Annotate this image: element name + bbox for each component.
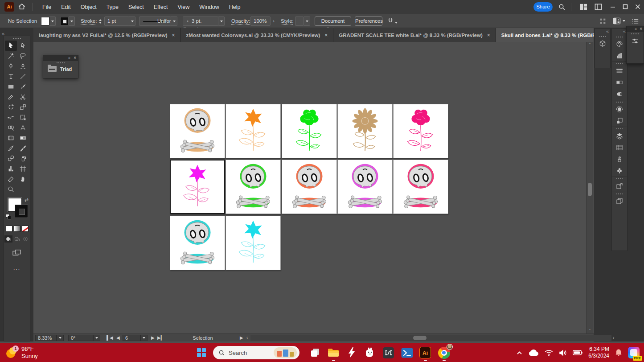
artboard-skull-and-bones-green[interactable]	[226, 160, 281, 214]
width-profile-chevron-icon[interactable]	[171, 16, 177, 26]
copilot-icon[interactable]: PRE	[628, 347, 640, 358]
brush-select[interactable]: •3 pt. Round	[183, 16, 218, 26]
panel-appearance[interactable]	[612, 103, 627, 115]
tool-artboard[interactable]	[17, 164, 29, 174]
search-input[interactable]: Search	[213, 346, 299, 359]
brush-chevron-icon[interactable]	[218, 16, 225, 26]
artboard-skull-and-bones-magenta[interactable]	[337, 160, 393, 214]
stroke-dropdown-chevron-icon[interactable]	[69, 16, 75, 26]
menu-select[interactable]: Select	[124, 2, 148, 12]
chrome-icon[interactable]	[437, 346, 451, 359]
tool-shape-builder[interactable]	[5, 123, 17, 133]
edit-toolbar-icon[interactable]: ...	[4, 265, 30, 271]
tool-scissors[interactable]	[17, 92, 29, 102]
tool-gradient[interactable]	[17, 133, 29, 143]
close-tab-icon[interactable]: ×	[172, 32, 175, 38]
battery-icon[interactable]	[573, 350, 582, 355]
document-tab-1[interactable]: laughting my ass V2 Full.ai* @ 12.5 % (R…	[33, 28, 181, 42]
tool-rotate[interactable]	[5, 102, 17, 112]
gradient-button[interactable]	[14, 226, 21, 232]
panel-layers[interactable]	[612, 130, 627, 142]
collapse-dock-icon[interactable]: «	[612, 29, 627, 35]
lightning-app-icon[interactable]	[345, 346, 358, 359]
rotation-value[interactable]: 0°	[68, 335, 93, 341]
color-button[interactable]	[6, 226, 12, 232]
tool-lasso[interactable]	[17, 51, 29, 61]
volume-icon[interactable]	[559, 350, 567, 356]
artboard-skull-and-bones-tan[interactable]	[170, 104, 225, 158]
powershell-icon[interactable]	[400, 346, 414, 359]
preferences-button[interactable]: Preferences	[355, 16, 382, 26]
zoom-chevron-icon[interactable]	[57, 335, 64, 341]
rotation-chevron-icon[interactable]	[93, 335, 100, 341]
notification-bell-icon[interactable]	[615, 349, 622, 357]
document-setup-button[interactable]: Document Setup	[315, 16, 351, 26]
opacity-value[interactable]: 100%	[250, 16, 271, 26]
llama-app-icon[interactable]	[363, 346, 377, 359]
stroke-stepper[interactable]	[98, 16, 103, 26]
tool-column-graph[interactable]	[5, 164, 17, 174]
menu-file[interactable]: File	[38, 2, 55, 12]
tool-knife[interactable]	[5, 143, 17, 153]
scroll-right-icon[interactable]: ›	[613, 335, 614, 340]
menu-effect[interactable]: Effect	[150, 2, 172, 12]
tool-magic-wand[interactable]	[5, 51, 17, 61]
tool-scale[interactable]	[17, 102, 29, 112]
scroll-left-icon[interactable]: ‹	[246, 335, 248, 340]
collapse-icon[interactable]: »	[68, 56, 70, 60]
close-icon[interactable]: ×	[74, 55, 76, 60]
menu-edit[interactable]: Edit	[57, 2, 75, 12]
minimize-icon[interactable]	[610, 4, 616, 10]
stroke-weight-value[interactable]: 1 pt	[104, 16, 129, 26]
draw-behind-icon[interactable]	[13, 235, 21, 243]
vertical-scrollbar[interactable]: ˆ ˇ	[586, 42, 593, 333]
floating-mini-panel[interactable]: » ×	[626, 26, 644, 64]
panel-symbols[interactable]	[612, 165, 627, 177]
status-expand-icon[interactable]: ▶	[240, 335, 243, 340]
style-label[interactable]: Style:	[281, 18, 294, 24]
tool-blend[interactable]	[5, 153, 17, 164]
triad-panel-header[interactable]: » ×	[43, 55, 78, 61]
share-button[interactable]: Share	[533, 2, 553, 12]
wifi-icon[interactable]	[545, 350, 553, 356]
artboard-skull-and-bones-cyan[interactable]	[170, 216, 225, 270]
touch-workspace-icon[interactable]	[599, 18, 606, 25]
default-fill-stroke-icon[interactable]	[6, 214, 12, 220]
close-icon[interactable]: ×	[640, 26, 642, 31]
artboard-flower-magenta[interactable]	[170, 160, 225, 214]
search-highlight-image[interactable]	[274, 347, 297, 358]
tool-mesh[interactable]	[5, 133, 17, 143]
menu-view[interactable]: View	[173, 2, 193, 12]
workspace-switcher-icon[interactable]	[595, 4, 602, 10]
artboard-flower-orange[interactable]	[226, 104, 281, 158]
panel-artboards-panel[interactable]	[612, 142, 627, 153]
search-icon[interactable]	[558, 3, 566, 11]
tool-curvature[interactable]	[17, 61, 29, 71]
artboard-chevron-icon[interactable]	[140, 335, 148, 341]
canvas[interactable]: ˆ ˇ	[33, 42, 594, 333]
artboard-flower-tan-daisy[interactable]	[337, 104, 393, 158]
artboard-number-value[interactable]: 6	[123, 335, 140, 341]
document-tab-2[interactable]: zMost wanted Colorways.ai @ 33.33 % (CMY…	[181, 28, 334, 42]
stroke-color-swatch[interactable]	[60, 17, 69, 25]
menu-help[interactable]: Help	[225, 2, 245, 12]
width-profile-select[interactable]: Uniform	[139, 16, 171, 26]
panel-3d-materials[interactable]	[595, 38, 610, 49]
previous-artboard-icon[interactable]: ◀	[116, 335, 120, 340]
draw-inside-icon[interactable]	[21, 235, 29, 243]
fill-color-swatch[interactable]	[41, 17, 49, 25]
snap-chevron-icon[interactable]	[395, 19, 398, 25]
screen-mode-icon[interactable]	[12, 249, 22, 257]
fill-dropdown-chevron-icon[interactable]	[49, 16, 56, 26]
snap-options-icon[interactable]	[387, 17, 394, 24]
last-artboard-icon[interactable]: ▶▎	[157, 335, 164, 340]
style-chevron-icon[interactable]	[304, 16, 310, 26]
panel-gradient-quarter[interactable]	[612, 50, 627, 62]
mini-panel-header[interactable]: » ×	[627, 26, 644, 32]
stroke-proxy[interactable]	[15, 205, 28, 218]
stroke-weight-chevron-icon[interactable]	[129, 16, 135, 26]
tool-paintbrush[interactable]	[17, 82, 29, 92]
panel-toggle-icon[interactable]	[612, 16, 625, 25]
horizontal-scrollbar[interactable]	[250, 335, 611, 341]
tool-symbol-sprayer[interactable]	[17, 153, 29, 164]
